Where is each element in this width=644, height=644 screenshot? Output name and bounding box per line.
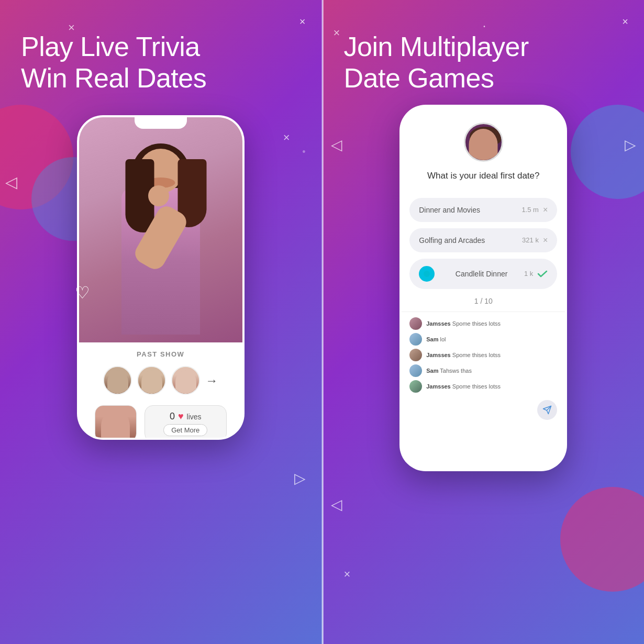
- send-icon: [542, 405, 552, 415]
- option-3-count: 1 k: [524, 270, 533, 277]
- heart-connector: ♡: [75, 283, 246, 303]
- deco-dot-right: •: [483, 24, 485, 29]
- hand: [148, 185, 169, 206]
- right-panel-title-area: Join Multiplayer Date Games: [344, 31, 624, 105]
- option-2-right: 321 k ×: [522, 236, 548, 245]
- option-1-text: Dinner and Movies: [419, 206, 480, 214]
- decorative-blob-red-right: [560, 487, 644, 592]
- profile-avatar: [464, 123, 503, 162]
- chat-message-3: Jamsses Spome thises lotss: [409, 349, 557, 361]
- avatar-man-1: [103, 366, 132, 395]
- lives-label: lives: [187, 413, 202, 421]
- question-text: What is your ideal first date?: [419, 170, 547, 182]
- option-2-count: 321 k: [522, 236, 539, 244]
- deco-tri-left: ◁: [5, 173, 17, 191]
- option-3-text: Candlelit Dinner: [456, 270, 508, 278]
- get-more-button[interactable]: Get More: [163, 424, 207, 436]
- chat-text-4: Sam Tahsws thas: [426, 368, 472, 374]
- chat-message-2: Sam lol: [409, 333, 557, 346]
- svg-point-0: [424, 271, 430, 277]
- chat-text-2: Sam lol: [426, 336, 446, 342]
- right-title-line-1: Join Multiplayer: [344, 31, 529, 62]
- chat-text-5: Jamsses Spome thises lotss: [426, 383, 501, 390]
- woman-photo-area: [79, 117, 242, 342]
- chat-text-3: Jamsses Spome thises lotss: [426, 352, 501, 358]
- option-2-x[interactable]: ×: [543, 236, 548, 245]
- lives-count: 0: [170, 411, 175, 422]
- option-3-selected-dot: [419, 266, 435, 282]
- deco-x-right-bottom: ×: [344, 568, 351, 581]
- option-1[interactable]: Dinner and Movies 1.5 m ×: [409, 198, 557, 222]
- deco-x-2: ×: [283, 131, 290, 145]
- profile-section: What is your ideal first date?: [402, 107, 565, 198]
- option-2[interactable]: Golfing and Arcades 321 k ×: [409, 228, 557, 252]
- avatar-face: [469, 129, 498, 160]
- past-show-avatars: →: [90, 366, 232, 395]
- chat-section: Jamsses Spome thises lotss Sam lol Jamss…: [402, 312, 565, 469]
- deco-tri-right-panel: ◁: [331, 136, 342, 153]
- option-3-right: 1 k: [524, 270, 548, 277]
- left-panel-title-area: Play Live Trivia Win Real Dates: [21, 31, 301, 105]
- right-title-line-2: Date Games: [344, 63, 494, 93]
- chat-message-5: Jamsses Spome thises lotss: [409, 380, 557, 393]
- option-1-count: 1.5 m: [521, 206, 539, 214]
- phone-mockup-left: PAST SHOW: [77, 115, 245, 440]
- chat-avatar-5: [409, 380, 422, 393]
- right-panel: × • ◁ ▷ ◁ × × Join Multiplayer Date Game…: [321, 0, 645, 644]
- close-button-right[interactable]: ×: [622, 16, 628, 28]
- lives-box: 0 ♥ lives Get More: [145, 405, 227, 440]
- chat-text-1: Jamsses Spome thises lotss: [426, 320, 501, 327]
- chat-avatar-4: [409, 364, 422, 377]
- deco-tri-right-panel-2: ▷: [625, 136, 636, 153]
- lives-count-row: 0 ♥ lives: [170, 411, 202, 422]
- chat-avatar-2: [409, 333, 422, 346]
- avatar-woman-3: [171, 366, 200, 395]
- deco-tri-right: ▷: [294, 470, 306, 487]
- option-2-text: Golfing and Arcades: [419, 236, 485, 245]
- chat-avatar-1: [409, 317, 422, 330]
- send-button[interactable]: [537, 400, 557, 420]
- checkmark-icon: [537, 270, 548, 277]
- option-1-right: 1.5 m ×: [521, 205, 548, 215]
- panel-divider: [322, 0, 324, 644]
- past-show-label: PAST SHOW: [90, 350, 232, 358]
- chat-message-4: Sam Tahsws thas: [409, 364, 557, 377]
- deco-x-right-1: ×: [334, 26, 340, 40]
- title-line-2: Win Real Dates: [21, 63, 206, 93]
- chat-avatar-3: [409, 349, 422, 361]
- options-container: Dinner and Movies 1.5 m × Golfing and Ar…: [402, 198, 565, 289]
- arrow-right: →: [205, 373, 218, 388]
- past-show-section: PAST SHOW: [79, 342, 242, 440]
- close-button-left[interactable]: ×: [299, 16, 306, 28]
- lives-row: 0 ♥ lives Get More: [90, 405, 232, 440]
- my-avatar-box: [95, 405, 137, 440]
- progress-text: 1 / 10: [402, 297, 565, 305]
- left-panel: × × • ◁ × Play Live Trivia Win Real Date…: [0, 0, 321, 644]
- phone-right-content: What is your ideal first date? Dinner an…: [402, 107, 565, 469]
- chat-input-row: [409, 396, 557, 420]
- phone-mockup-right: What is your ideal first date? Dinner an…: [399, 105, 567, 471]
- title-line-1: Play Live Trivia: [21, 31, 200, 62]
- option-1-x[interactable]: ×: [543, 205, 548, 215]
- deco-dot-1: •: [302, 147, 305, 158]
- option-3[interactable]: Candlelit Dinner 1 k: [409, 259, 557, 289]
- right-panel-title: Join Multiplayer Date Games: [344, 31, 624, 94]
- heart-icon: ♥: [178, 411, 184, 422]
- phone-notch-left: [135, 117, 187, 129]
- chat-message-1: Jamsses Spome thises lotss: [409, 317, 557, 330]
- phone-notch-right: [457, 107, 509, 118]
- left-panel-title: Play Live Trivia Win Real Dates: [21, 31, 301, 94]
- avatar-man-2: [137, 366, 166, 395]
- deco-tri-right-bottom: ◁: [331, 496, 342, 513]
